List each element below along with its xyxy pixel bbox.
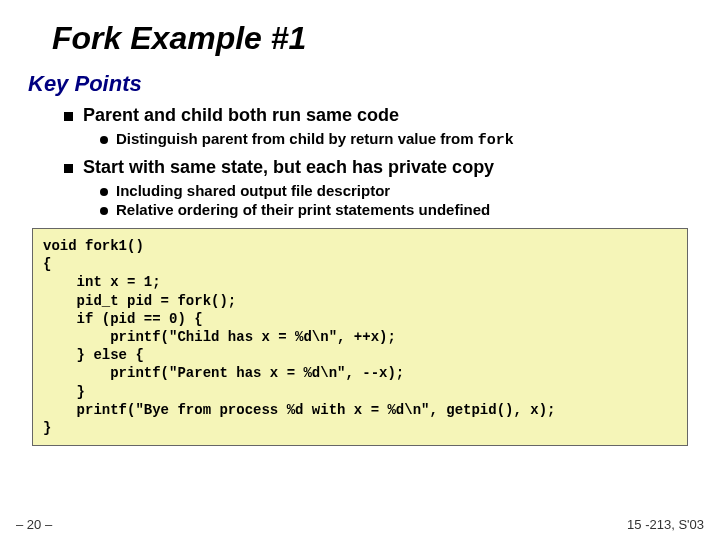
bullet-level2: Relative ordering of their print stateme…: [100, 201, 696, 218]
page-number: – 20 –: [16, 517, 52, 532]
square-bullet-icon: [64, 112, 73, 121]
bullet-subtext: Distinguish parent from child by return …: [116, 130, 514, 149]
bullet-level1: Parent and child both run same code: [64, 105, 696, 126]
bullet-level2: Distinguish parent from child by return …: [100, 130, 696, 149]
slide: Fork Example #1 Key Points Parent and ch…: [0, 0, 720, 454]
bullet-subtext: Relative ordering of their print stateme…: [116, 201, 490, 218]
code-block: void fork1() { int x = 1; pid_t pid = fo…: [32, 228, 688, 446]
square-bullet-icon: [64, 164, 73, 173]
disc-bullet-icon: [100, 188, 108, 196]
sub-code: fork: [478, 132, 514, 149]
bullet-text: Start with same state, but each has priv…: [83, 157, 494, 178]
disc-bullet-icon: [100, 136, 108, 144]
disc-bullet-icon: [100, 207, 108, 215]
course-footer: 15 -213, S'03: [627, 517, 704, 532]
bullet-level2: Including shared output file descriptor: [100, 182, 696, 199]
bullet-subtext: Including shared output file descriptor: [116, 182, 390, 199]
bullet-text: Parent and child both run same code: [83, 105, 399, 126]
slide-title: Fork Example #1: [52, 20, 696, 57]
bullet-level1: Start with same state, but each has priv…: [64, 157, 696, 178]
sub-pre: Distinguish parent from child by return …: [116, 130, 478, 147]
slide-subtitle: Key Points: [28, 71, 696, 97]
